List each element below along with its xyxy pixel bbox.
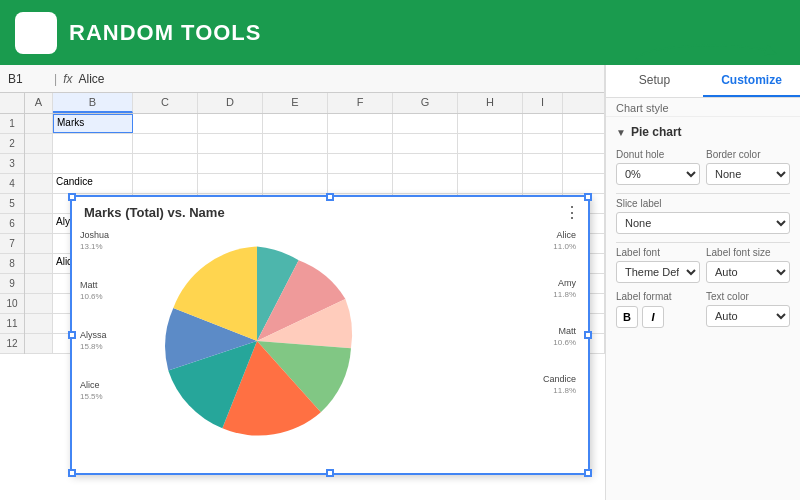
label-font-row: Label font Theme Defaul... Label font si… bbox=[616, 247, 790, 283]
column-headers: A B C D E F G H I bbox=[0, 93, 604, 114]
slice-label-select[interactable]: None Label Value Percentage bbox=[616, 212, 790, 234]
label-matt-right: Matt10.6% bbox=[543, 326, 576, 348]
panel-tabs: Setup Customize bbox=[606, 65, 800, 98]
cell-i1[interactable] bbox=[523, 114, 563, 133]
chevron-down-icon[interactable]: ▼ bbox=[616, 127, 626, 138]
row-num-6: 6 bbox=[0, 214, 24, 234]
logo-icon bbox=[15, 12, 57, 54]
chart-content: Joshua13.1% Matt10.6% Alyssa15.8% Alice1… bbox=[72, 220, 588, 466]
label-font-label: Label font bbox=[616, 247, 700, 258]
chart-style-label: Chart style bbox=[606, 98, 800, 117]
col-header-h[interactable]: H bbox=[458, 93, 523, 113]
cell-c1[interactable] bbox=[133, 114, 198, 133]
row-num-8: 8 bbox=[0, 254, 24, 274]
resize-handle-br[interactable] bbox=[584, 469, 592, 477]
bold-button[interactable]: B bbox=[616, 306, 638, 328]
table-row: Marks bbox=[25, 114, 604, 134]
text-color-select[interactable]: Auto bbox=[706, 305, 790, 327]
border-color-field: Border color None bbox=[706, 149, 790, 185]
left-labels: Joshua13.1% Matt10.6% Alyssa15.8% Alice1… bbox=[80, 230, 109, 402]
row-num-5: 5 bbox=[0, 194, 24, 214]
label-font-field: Label font Theme Defaul... bbox=[616, 247, 700, 283]
pie-chart bbox=[152, 236, 362, 450]
text-color-field: Text color Auto bbox=[706, 291, 790, 328]
cell-b2[interactable] bbox=[53, 134, 133, 153]
row-num-header bbox=[0, 93, 25, 113]
spreadsheet-container: B1 | fx Alice A B C D E F G H I bbox=[0, 65, 605, 500]
cell-b4[interactable]: Candice bbox=[53, 174, 133, 193]
divider-2 bbox=[616, 242, 790, 243]
cell-g1[interactable] bbox=[393, 114, 458, 133]
resize-handle-tl[interactable] bbox=[68, 193, 76, 201]
fx-label: fx bbox=[63, 72, 72, 86]
svg-point-1 bbox=[33, 30, 39, 36]
format-buttons: B I bbox=[616, 306, 700, 328]
row-num-12: 12 bbox=[0, 334, 24, 354]
col-header-i[interactable]: I bbox=[523, 93, 563, 113]
italic-button[interactable]: I bbox=[642, 306, 664, 328]
row-num-3: 3 bbox=[0, 154, 24, 174]
col-header-g[interactable]: G bbox=[393, 93, 458, 113]
col-header-d[interactable]: D bbox=[198, 93, 263, 113]
row-num-2: 2 bbox=[0, 134, 24, 154]
resize-handle-tr[interactable] bbox=[584, 193, 592, 201]
tab-setup[interactable]: Setup bbox=[606, 65, 703, 97]
cell-name-box[interactable]: B1 bbox=[8, 72, 48, 86]
cell-f1[interactable] bbox=[328, 114, 393, 133]
main-area: B1 | fx Alice A B C D E F G H I bbox=[0, 65, 800, 500]
annotation-arrow bbox=[616, 37, 776, 69]
formula-bar-value[interactable]: Alice bbox=[78, 72, 104, 86]
donut-hole-select[interactable]: 0% 25% 50% bbox=[616, 163, 700, 185]
label-amy: Amy11.8% bbox=[543, 278, 576, 300]
table-row: Candice bbox=[25, 174, 604, 194]
col-header-c[interactable]: C bbox=[133, 93, 198, 113]
row-num-9: 9 bbox=[0, 274, 24, 294]
border-color-select[interactable]: None bbox=[706, 163, 790, 185]
cell-e1[interactable] bbox=[263, 114, 328, 133]
label-alyssa: Alyssa15.8% bbox=[80, 330, 109, 352]
right-labels: Alice11.0% Amy11.8% Matt10.6% Candice11.… bbox=[543, 230, 576, 396]
app-title: RANDOM TOOLS bbox=[69, 20, 261, 46]
right-panel: Setup Customize Chart style ▼ Pie chart bbox=[605, 65, 800, 500]
label-joshua: Joshua13.1% bbox=[80, 230, 109, 252]
row-num-11: 11 bbox=[0, 314, 24, 334]
cell-h1[interactable] bbox=[458, 114, 523, 133]
formula-bar-separator: | bbox=[54, 72, 57, 86]
label-font-size-select[interactable]: Auto 8101214 bbox=[706, 261, 790, 283]
col-header-b[interactable]: B bbox=[53, 93, 133, 113]
slice-label-label: Slice label bbox=[616, 198, 790, 209]
table-row bbox=[25, 154, 604, 174]
donut-hole-field: Donut hole 0% 25% 50% bbox=[616, 149, 700, 185]
label-font-size-label: Label font size bbox=[706, 247, 790, 258]
col-header-f[interactable]: F bbox=[328, 93, 393, 113]
row-num-1: 1 bbox=[0, 114, 24, 134]
tab-customize[interactable]: Customize bbox=[703, 65, 800, 97]
label-alice-right: Alice11.0% bbox=[543, 230, 576, 252]
chart-area: Marks (Total) vs. Name ⋮ Joshua13.1% Mat… bbox=[70, 195, 590, 475]
row-numbers: 1 2 3 4 5 6 7 8 9 10 11 12 bbox=[0, 114, 25, 354]
label-font-select[interactable]: Theme Defaul... bbox=[616, 261, 700, 283]
col-header-a[interactable]: A bbox=[25, 93, 53, 113]
resize-handle-tm[interactable] bbox=[326, 193, 334, 201]
text-color-label: Text color bbox=[706, 291, 790, 302]
panel-section-pie: ▼ Pie chart Donut hole 0% 25% 50% Border… bbox=[606, 117, 800, 344]
cell-a1[interactable] bbox=[25, 114, 53, 133]
cell-b1[interactable]: Marks bbox=[53, 114, 133, 133]
pie-chart-svg bbox=[152, 236, 362, 446]
formula-bar: B1 | fx Alice bbox=[0, 65, 604, 93]
pie-chart-section-title: ▼ Pie chart bbox=[616, 125, 790, 139]
row-num-4: 4 bbox=[0, 174, 24, 194]
label-candice: Candice11.8% bbox=[543, 374, 576, 396]
donut-hole-label: Donut hole bbox=[616, 149, 700, 160]
label-font-size-field: Label font size Auto 8101214 bbox=[706, 247, 790, 283]
slice-label-field: Slice label None Label Value Percentage bbox=[616, 198, 790, 234]
col-header-e[interactable]: E bbox=[263, 93, 328, 113]
divider-1 bbox=[616, 193, 790, 194]
label-alice-left: Alice15.5% bbox=[80, 380, 109, 402]
donut-border-row: Donut hole 0% 25% 50% Border color None bbox=[616, 149, 790, 185]
resize-handle-bm[interactable] bbox=[326, 469, 334, 477]
cell-d1[interactable] bbox=[198, 114, 263, 133]
label-format-row: Label format B I Text color Auto bbox=[616, 291, 790, 328]
resize-handle-bl[interactable] bbox=[68, 469, 76, 477]
cell-a2[interactable] bbox=[25, 134, 53, 153]
